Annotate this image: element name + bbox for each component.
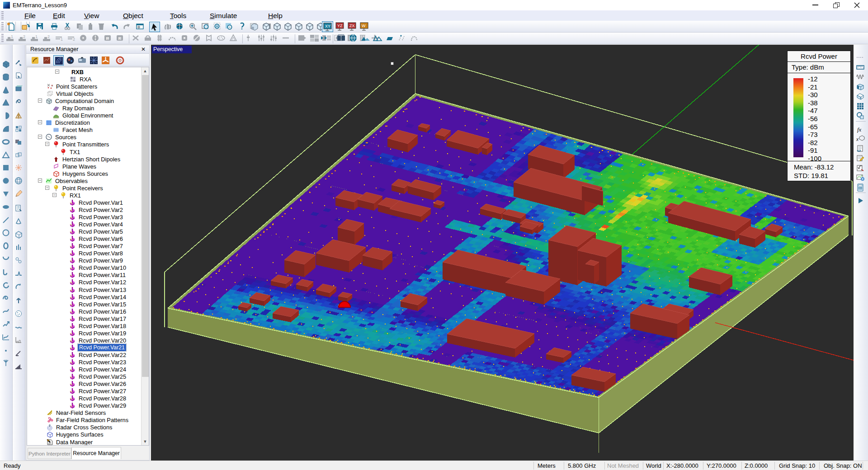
svg-text:YZ: YZ xyxy=(337,24,343,28)
svg-text:2: 2 xyxy=(47,34,50,39)
svg-text:2: 2 xyxy=(23,34,25,39)
svg-text:1: 1 xyxy=(35,34,38,39)
svg-text:x: x xyxy=(856,137,859,142)
svg-text:2: 2 xyxy=(73,37,75,42)
svg-text:fx: fx xyxy=(857,126,862,133)
svg-text:2: 2 xyxy=(119,37,121,40)
svg-text:1: 1 xyxy=(61,37,63,42)
svg-text:1: 1 xyxy=(107,37,109,40)
svg-text:1: 1 xyxy=(11,34,13,39)
svg-text:ZX: ZX xyxy=(349,24,355,28)
svg-text:W: W xyxy=(362,24,366,28)
svg-text:XY: XY xyxy=(325,24,330,28)
